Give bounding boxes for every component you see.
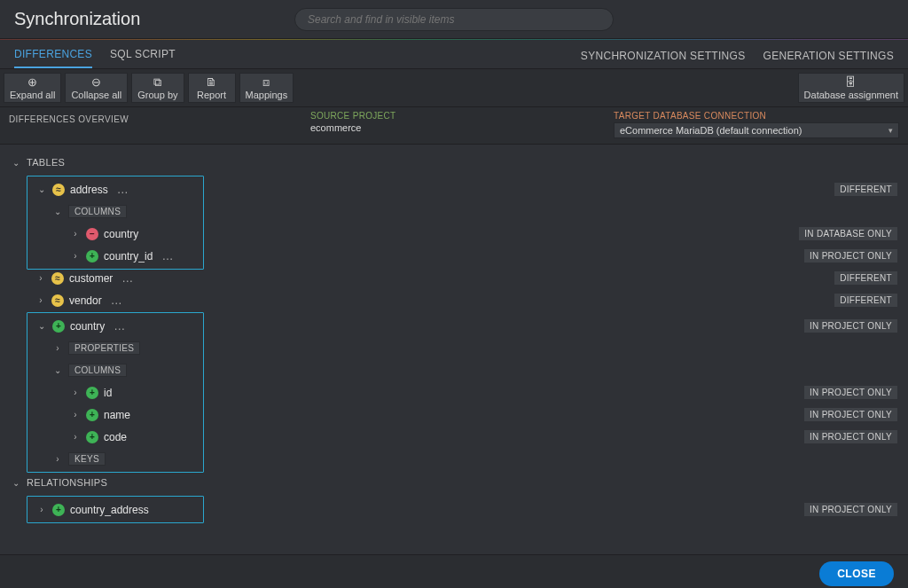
tab-sync-settings[interactable]: SYNCHRONIZATION SETTINGS <box>581 50 746 68</box>
chevron-down-icon: ⌄ <box>36 184 47 194</box>
add-icon: + <box>86 431 98 443</box>
keys-tag: KEYS <box>68 452 106 466</box>
expand-all-button[interactable]: ⊕ Expand all <box>4 73 61 103</box>
more-icon[interactable]: … <box>158 249 176 263</box>
source-project-label: SOURCE PROJECT <box>310 111 596 121</box>
mappings-icon: ⧈ <box>262 76 270 88</box>
badge-row: IN PROJECT ONLY <box>11 315 897 337</box>
footer: CLOSE <box>0 554 908 588</box>
close-button[interactable]: CLOSE <box>819 561 894 586</box>
group-by-label: Group by <box>137 90 177 100</box>
section-relationships-label: RELATIONSHIPS <box>27 477 107 488</box>
chevron-right-icon: › <box>70 388 81 397</box>
node-label: code <box>104 431 127 443</box>
chevron-right-icon: › <box>35 295 46 305</box>
more-icon[interactable]: … <box>110 319 129 333</box>
chevron-down-icon: ⌄ <box>11 158 21 168</box>
status-badge: IN PROJECT ONLY <box>804 408 897 421</box>
status-badge: DIFFERENT <box>834 294 897 307</box>
source-project-cell: SOURCE PROJECT ecommerce <box>301 107 605 144</box>
report-button[interactable]: 🗎 Report <box>188 73 236 103</box>
chevron-right-icon: › <box>70 432 81 442</box>
chevron-right-icon: › <box>52 343 63 353</box>
differences-tree: ⌄ TABLES ⌄ ≈ address … ⌄ COLUMNS › − cou… <box>0 145 908 554</box>
add-icon: + <box>52 504 65 516</box>
node-label: country <box>70 320 105 333</box>
badge-row <box>11 337 897 359</box>
section-tables-label: TABLES <box>27 157 65 168</box>
chevron-right-icon: › <box>52 454 63 464</box>
node-label: address <box>70 184 108 196</box>
search-container <box>294 8 614 31</box>
add-icon: + <box>86 250 98 263</box>
database-assignment-button[interactable]: 🗄 Database assignment <box>798 73 904 103</box>
expand-icon: ⊕ <box>27 76 37 88</box>
chevron-down-icon: ⌄ <box>11 478 21 488</box>
more-icon[interactable]: … <box>107 294 126 307</box>
target-connection-label: TARGET DATABASE CONNECTION <box>614 111 899 121</box>
expand-all-label: Expand all <box>10 90 55 100</box>
status-badge: DIFFERENT <box>834 271 897 285</box>
more-icon[interactable]: … <box>118 271 137 285</box>
column-node-country-id[interactable]: › + country_id … <box>27 245 200 267</box>
collapse-all-label: Collapse all <box>71 90 121 100</box>
node-label: vendor <box>69 294 102 307</box>
target-connection-select[interactable]: eCommerce MariaDB (default connection) ▾ <box>614 122 899 138</box>
page-title: Synchronization <box>14 9 140 29</box>
database-icon: 🗄 <box>845 76 857 88</box>
change-icon: ≈ <box>51 272 64 285</box>
section-tables[interactable]: ⌄ TABLES <box>11 150 897 175</box>
chevron-down-icon: ⌄ <box>52 365 63 375</box>
tabs-right: SYNCHRONIZATION SETTINGS GENERATION SETT… <box>581 50 894 68</box>
overview-label: DIFFERENCES OVERVIEW <box>9 111 293 124</box>
add-icon: + <box>86 409 98 421</box>
more-icon[interactable]: … <box>114 183 132 196</box>
badge-row: IN PROJECT ONLY <box>11 381 897 404</box>
table-node-vendor[interactable]: › ≈ vendor … DIFFERENT <box>11 289 897 311</box>
section-relationships[interactable]: ⌄ RELATIONSHIPS <box>11 470 897 495</box>
badge-row <box>11 200 897 223</box>
chevron-right-icon: › <box>70 410 81 419</box>
node-label: country_address <box>70 504 149 516</box>
search-input[interactable] <box>294 8 614 31</box>
status-badge: IN PROJECT ONLY <box>804 386 897 399</box>
chevron-right-icon: › <box>35 273 46 283</box>
badge-row: IN DATABASE ONLY <box>11 223 897 245</box>
tab-differences[interactable]: DIFFERENCES <box>14 48 92 68</box>
divider-rainbow <box>0 39 908 40</box>
badge-row: IN PROJECT ONLY <box>11 426 897 448</box>
source-project-value: ecommerce <box>310 122 596 133</box>
status-badge: IN PROJECT ONLY <box>804 249 897 263</box>
database-assignment-label: Database assignment <box>804 90 898 100</box>
node-label: customer <box>69 272 113 285</box>
node-label: name <box>104 409 130 421</box>
chevron-down-icon: ⌄ <box>52 207 63 216</box>
status-badge: IN PROJECT ONLY <box>804 503 897 516</box>
chevron-down-icon: ⌄ <box>36 321 47 331</box>
add-icon: + <box>86 387 98 399</box>
overview-cell: DIFFERENCES OVERVIEW <box>0 107 301 144</box>
mappings-button[interactable]: ⧈ Mappings <box>239 73 294 103</box>
collapse-all-button[interactable]: ⊖ Collapse all <box>65 73 128 103</box>
node-label: country_id <box>104 250 153 263</box>
report-icon: 🗎 <box>206 76 217 88</box>
status-badge: DIFFERENT <box>834 183 897 196</box>
columns-tag: COLUMNS <box>68 205 127 218</box>
delete-icon: − <box>86 228 98 240</box>
node-label: id <box>104 387 112 399</box>
toolbar: ⊕ Expand all ⊖ Collapse all ⧉ Group by 🗎… <box>0 68 908 107</box>
table-node-customer[interactable]: › ≈ customer … DIFFERENT <box>11 267 897 289</box>
tab-generation-settings[interactable]: GENERATION SETTINGS <box>763 50 895 68</box>
tabs-row: DIFFERENCES SQL SCRIPT SYNCHRONIZATION S… <box>0 40 908 68</box>
chevron-right-icon: › <box>36 505 47 514</box>
group-by-button[interactable]: ⧉ Group by <box>131 73 184 103</box>
mappings-label: Mappings <box>246 90 288 100</box>
tab-sql-script[interactable]: SQL SCRIPT <box>110 48 176 68</box>
badge-row: IN PROJECT ONLY <box>11 404 897 426</box>
collapse-icon: ⊖ <box>91 76 101 88</box>
badge-row <box>11 359 897 381</box>
chevron-down-icon: ▾ <box>888 126 893 135</box>
meta-row: DIFFERENCES OVERVIEW SOURCE PROJECT ecom… <box>0 107 908 145</box>
properties-tag: PROPERTIES <box>68 341 140 355</box>
tabs-left: DIFFERENCES SQL SCRIPT <box>14 48 176 68</box>
